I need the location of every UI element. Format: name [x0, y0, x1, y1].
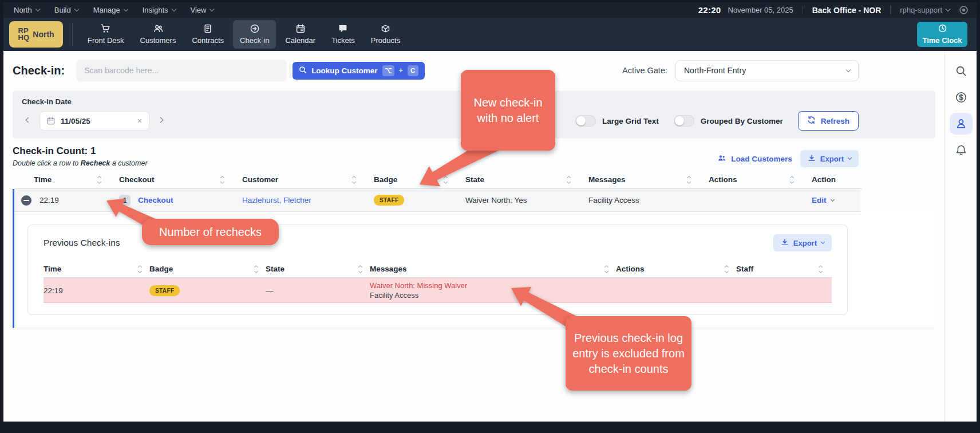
next-day-button[interactable] [154, 117, 167, 124]
column-header-messages[interactable]: Messages [370, 265, 616, 273]
lookup-customer-label: Lookup Customer [311, 66, 378, 75]
menu-build[interactable]: Build [54, 6, 78, 14]
chevron-down-icon [74, 7, 78, 11]
column-header-time[interactable]: Time [44, 265, 149, 273]
nav-item-customers[interactable]: Customers [133, 20, 183, 49]
expanded-row-region: 22:19 1 Checkout Hazlehurst, Fletcher ST… [13, 189, 935, 328]
menu-manage[interactable]: Manage [93, 6, 128, 14]
lookup-customer-button[interactable]: Lookup Customer + C [293, 62, 425, 80]
previous-checkin-row[interactable]: 22:19 STAFF — Waiver North: Missing Waiv… [44, 278, 832, 303]
row-state: Waiver North: Yes [455, 196, 578, 204]
column-header-state[interactable]: State [455, 175, 578, 184]
right-sidebar [945, 51, 977, 422]
previous-table-header: Time Badge State Messages Actions Staff [44, 261, 832, 278]
chevron-down-icon [35, 7, 40, 11]
notifications-bell-icon[interactable] [950, 139, 973, 161]
column-header-actions[interactable]: Actions [698, 175, 801, 184]
column-header-actions[interactable]: Actions [616, 265, 736, 273]
menu-view[interactable]: View [191, 6, 214, 14]
option-key-icon [382, 65, 394, 76]
toggle-switch-off[interactable] [575, 115, 596, 127]
checkin-person-icon[interactable] [950, 113, 973, 135]
sort-icon [444, 176, 447, 183]
expanded-row-body: Previous Check-ins Export Time Badge [14, 212, 935, 328]
toggle-switch-off[interactable] [674, 115, 694, 127]
chat-icon [338, 24, 347, 33]
nav-item-label: Check-in [240, 36, 269, 45]
shortcut-key-c: C [408, 65, 418, 76]
checkout-link[interactable]: Checkout [138, 196, 173, 204]
column-header-messages[interactable]: Messages [578, 175, 698, 184]
recheck-hint: Double click a row to Recheck a customer [13, 159, 148, 167]
calendar-icon [47, 117, 55, 125]
menu-north[interactable]: North [14, 6, 39, 14]
refresh-button[interactable]: Refresh [798, 111, 859, 131]
nav-item-check-in[interactable]: Check-in [233, 20, 276, 49]
clear-date-icon[interactable]: × [137, 116, 142, 125]
sort-icon [139, 266, 141, 273]
app-window: North Build Manage Insights View 22:20 N… [3, 2, 977, 422]
previous-checkins-title: Previous Check-ins [44, 238, 120, 248]
screenshot-frame: North Build Manage Insights View 22:20 N… [0, 0, 980, 433]
user-menu[interactable]: rphq-support [900, 6, 950, 14]
rphq-logo[interactable]: RPHQ North [9, 21, 63, 48]
grouped-by-customer-toggle[interactable]: Grouped By Customer [674, 115, 783, 127]
column-header-customer[interactable]: Customer [232, 175, 363, 184]
checkin-table-row[interactable]: 22:19 1 Checkout Hazlehurst, Fletcher ST… [14, 189, 860, 212]
billing-dollar-icon[interactable] [950, 86, 973, 108]
export-button[interactable]: Export [800, 150, 859, 167]
previous-checkins-card: Previous Check-ins Export Time Badge [27, 225, 848, 315]
previous-day-button[interactable] [22, 117, 35, 124]
nav-item-calendar[interactable]: Calendar [278, 20, 322, 49]
menu-insights-label: Insights [143, 6, 168, 14]
chevron-down-icon [171, 7, 176, 11]
barcode-input[interactable] [76, 60, 287, 81]
chevron-down-icon [846, 67, 851, 72]
prev-row-state: — [266, 286, 370, 295]
nav-item-products[interactable]: Products [364, 20, 407, 49]
rphq-logo-location: North [33, 30, 54, 39]
column-header-staff[interactable]: Staff [736, 265, 830, 273]
collapse-row-icon[interactable] [21, 195, 31, 206]
clock-date: November 05, 2025 [728, 6, 793, 14]
previous-export-button[interactable]: Export [773, 234, 832, 251]
column-header-badge[interactable]: Badge [149, 265, 266, 273]
nav-item-label: Tickets [331, 36, 355, 45]
main-content: Check-in: Lookup Customer + C Active Gat… [3, 51, 945, 422]
search-icon[interactable] [950, 60, 973, 82]
customer-link[interactable]: Hazlehurst, Fletcher [242, 196, 311, 204]
eye-icon[interactable] [959, 5, 969, 15]
menubar: North Build Manage Insights View 22:20 N… [3, 2, 977, 18]
sort-icon [791, 176, 793, 183]
checkin-date-label: Check-in Date [22, 97, 926, 106]
nav-item-contracts[interactable]: Contracts [185, 20, 231, 49]
sort-icon [725, 266, 728, 273]
nav-item-label: Customers [140, 36, 176, 45]
active-gate-select[interactable]: North-Front Entry [675, 60, 859, 81]
nav-item-label: Front Desk [88, 36, 124, 45]
column-header-action[interactable]: Action [801, 175, 860, 184]
checkin-date-input[interactable]: 11/05/25 × [39, 111, 149, 131]
edit-button[interactable]: Edit [801, 196, 860, 204]
nav-item-front-desk[interactable]: Front Desk [81, 20, 131, 49]
column-header-badge[interactable]: Badge [363, 175, 455, 184]
nav-item-tickets[interactable]: Tickets [325, 20, 362, 49]
load-customers-button[interactable]: Load Customers [717, 154, 792, 164]
time-clock-button[interactable]: Time Clock [917, 22, 967, 47]
large-grid-text-toggle[interactable]: Large Grid Text [575, 115, 659, 127]
sort-icon [819, 266, 822, 273]
time-clock-label: Time Clock [922, 36, 962, 45]
menu-insights[interactable]: Insights [143, 6, 176, 14]
staff-badge: STAFF [149, 285, 180, 296]
active-gate-label: Active Gate: [622, 66, 667, 75]
column-header-checkout[interactable]: Checkout [109, 175, 232, 184]
divider [803, 6, 803, 14]
active-gate-group: Active Gate: North-Front Entry [622, 60, 859, 81]
refresh-icon [807, 116, 816, 126]
column-header-state[interactable]: State [266, 265, 370, 273]
people-icon [717, 154, 726, 164]
user-menu-label: rphq-support [900, 6, 942, 14]
column-header-time[interactable]: Time [14, 175, 109, 184]
back-office-label: Back Office - NOR [812, 6, 882, 15]
menu-build-label: Build [54, 6, 71, 14]
